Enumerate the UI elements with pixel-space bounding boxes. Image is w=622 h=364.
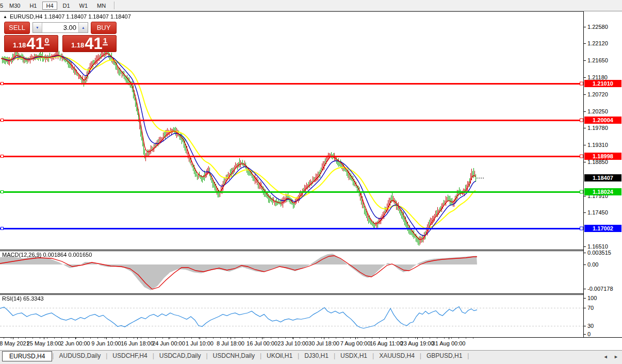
- timeframe-m30[interactable]: M30: [6, 2, 24, 10]
- sell-price-small: 1.18: [13, 41, 26, 49]
- time-minor-tick: [459, 338, 459, 339]
- volume-decrease-icon[interactable]: ▼: [33, 23, 42, 32]
- hline-anchor-icon[interactable]: [580, 82, 583, 86]
- collapse-icon[interactable]: ▲: [3, 14, 7, 19]
- scale-tick-mark: [584, 77, 586, 78]
- time-minor-tick: [329, 338, 329, 339]
- buy-button[interactable]: BUY: [91, 22, 117, 34]
- scale-tick-mark: [584, 111, 586, 112]
- tab-eurusd-h4[interactable]: EURUSD,H4: [2, 351, 52, 361]
- volume-increase-icon[interactable]: ▲: [78, 23, 88, 32]
- rsi-pane-canvas[interactable]: [0, 295, 583, 337]
- time-minor-tick: [249, 338, 250, 339]
- time-minor-tick: [336, 338, 336, 339]
- timeframe-w1[interactable]: W1: [76, 2, 92, 10]
- scale-tick-mark: [584, 334, 586, 335]
- pane-separator[interactable]: [0, 293, 622, 294]
- price-tick-label: 1.21650: [587, 57, 608, 63]
- time-minor-tick: [444, 338, 445, 339]
- tab-xauusd-h4[interactable]: XAUUSD,H4: [374, 351, 420, 361]
- tab-usdcnh-daily[interactable]: USDCNH,Daily: [208, 351, 260, 361]
- time-tick-label: 31 Aug 00:00: [432, 340, 466, 346]
- time-minor-tick: [54, 338, 55, 339]
- time-minor-tick: [213, 338, 214, 339]
- macd-indicator-label: MACD(12,26,9) 0.001864 0.001650: [2, 252, 92, 258]
- scale-tick-mark: [584, 212, 586, 213]
- tab-audusd-daily[interactable]: AUDUSD,Daily: [54, 351, 106, 361]
- time-minor-tick: [97, 338, 98, 339]
- time-minor-tick: [415, 338, 416, 339]
- time-minor-tick: [184, 338, 185, 339]
- price-scale[interactable]: 1.225801.221201.216501.211801.207201.202…: [583, 11, 622, 337]
- time-minor-tick: [242, 338, 242, 339]
- price-tick-label: 1.20250: [587, 108, 608, 114]
- tab-scroll-right-icon[interactable]: ►: [614, 354, 618, 359]
- time-minor-tick: [314, 338, 315, 339]
- time-minor-tick: [264, 338, 264, 339]
- time-tick-mark: [200, 338, 200, 339]
- pane-separator[interactable]: [0, 251, 622, 251]
- scale-tick-mark: [584, 246, 586, 247]
- scale-tick-mark: [584, 162, 586, 162]
- volume-input[interactable]: [42, 23, 78, 32]
- pane-separator[interactable]: [0, 250, 622, 250]
- time-minor-tick: [119, 338, 120, 339]
- time-axis[interactable]: 18 May 202125 May 18:002 Jun 00:009 Jun …: [0, 337, 622, 350]
- timeframe-partial[interactable]: 5: [0, 3, 5, 9]
- time-minor-tick: [69, 338, 69, 339]
- time-tick-label: 16 Aug 11:00: [370, 340, 403, 346]
- hline-anchor-icon[interactable]: [580, 190, 583, 193]
- time-tick-mark: [324, 338, 324, 339]
- time-tick-mark: [75, 338, 76, 339]
- time-tick-label: 8 Jul 18:00: [217, 340, 244, 346]
- time-minor-tick: [148, 338, 149, 339]
- scale-tick-mark: [584, 298, 586, 299]
- sell-button[interactable]: SELL: [4, 22, 30, 34]
- time-minor-tick: [401, 338, 401, 339]
- price-tick-label: 0.003515: [587, 250, 611, 256]
- tab-gbpusd-h1[interactable]: GBPUSD,H1: [421, 351, 467, 361]
- price-tick-label: 1.16510: [587, 243, 608, 250]
- tab-usdx-h1[interactable]: USDX,H1: [335, 351, 372, 361]
- timeframe-mn[interactable]: MN: [93, 2, 109, 10]
- time-tick-mark: [13, 338, 13, 339]
- buy-price-box[interactable]: 1.18 41 1: [62, 35, 117, 52]
- time-tick-mark: [106, 338, 107, 339]
- hline-price-label: 1.20004: [584, 117, 621, 124]
- time-minor-tick: [379, 338, 380, 339]
- time-minor-tick: [220, 338, 221, 339]
- time-tick-mark: [293, 338, 293, 339]
- hline-price-label: 1.17002: [584, 225, 621, 232]
- hline-price-label: 1.21010: [584, 80, 621, 87]
- time-tick-mark: [449, 338, 449, 339]
- hline-anchor-icon[interactable]: [580, 227, 583, 230]
- time-tick-label: 30 Jul 18:00: [308, 340, 339, 346]
- price-tick-label: 100: [587, 295, 597, 301]
- time-tick-label: 2 Jun 00:00: [60, 340, 90, 346]
- tab-ukoil-h1[interactable]: UKOil,H1: [261, 351, 298, 361]
- timeframe-h1[interactable]: H1: [26, 2, 40, 10]
- time-minor-tick: [191, 338, 192, 339]
- time-minor-tick: [76, 338, 76, 339]
- time-tick-mark: [231, 338, 231, 339]
- hline-price-label: 1.18024: [584, 188, 621, 195]
- timeframe-d1[interactable]: D1: [59, 2, 74, 10]
- buy-price-pip: 1: [103, 37, 108, 45]
- tab-scroll-left-icon[interactable]: ◄: [603, 354, 608, 359]
- timeframe-h4[interactable]: H4: [42, 2, 57, 10]
- time-minor-tick: [372, 338, 372, 339]
- sell-price-box[interactable]: 1.18 41 0: [4, 35, 58, 52]
- pane-separator[interactable]: [0, 294, 622, 295]
- hline-anchor-icon[interactable]: [580, 155, 583, 158]
- tab-usdcad-daily[interactable]: USDCAD,Daily: [154, 351, 206, 361]
- time-minor-tick: [206, 338, 206, 339]
- timeframe-buttons: M30H1H4D1W1MN: [5, 2, 110, 10]
- tab-usdchf-h4[interactable]: USDCHF,H4: [107, 351, 152, 361]
- hline-anchor-icon[interactable]: [580, 118, 583, 122]
- time-minor-tick: [155, 338, 156, 339]
- time-minor-tick: [256, 338, 257, 339]
- price-tick-label: 1.19310: [587, 142, 608, 148]
- tab-dj30-h1[interactable]: DJ30,H1: [299, 351, 334, 361]
- time-minor-tick: [300, 338, 300, 339]
- price-tick-label: 0: [587, 331, 591, 337]
